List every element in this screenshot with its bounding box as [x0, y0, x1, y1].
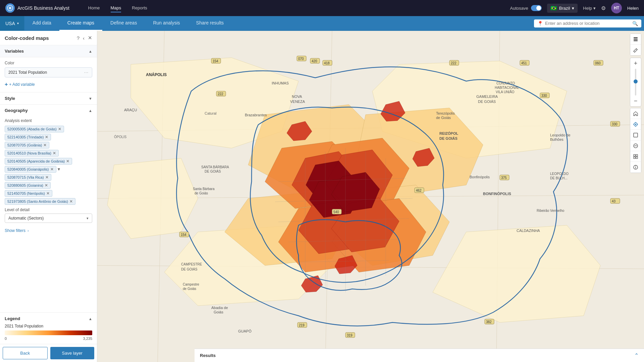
- svg-text:NOVA: NOVA: [292, 95, 302, 99]
- svg-text:330: 330: [541, 94, 547, 98]
- legend-min: 0: [5, 337, 7, 341]
- variable-item: 2021 Total Population ···: [5, 67, 92, 77]
- legend-max: 3,235: [83, 337, 92, 341]
- tag-remove-icon[interactable]: ✕: [43, 143, 47, 147]
- svg-text:319: 319: [347, 334, 353, 337]
- svg-text:de Goiás: de Goiás: [183, 287, 196, 291]
- map-draw-button[interactable]: [630, 45, 641, 55]
- collapse-icon[interactable]: ‹: [83, 35, 85, 41]
- search-icon: 🔍: [632, 21, 638, 26]
- zoom-slider[interactable]: [635, 69, 636, 96]
- main-layout: Color-coded maps ? ‹ ✕ Variables ▲ Color…: [0, 31, 644, 362]
- map-grid-button[interactable]: [630, 151, 641, 162]
- map-area[interactable]: ANÁPOLIS ÓPOLIS ARAÇU INHUMAS NOVA VENEZ…: [97, 31, 644, 362]
- svg-text:219: 219: [299, 323, 305, 327]
- analysis-extent-label: Analysis extent: [0, 116, 97, 124]
- legend-section-header[interactable]: Legend ▲: [5, 316, 92, 321]
- tag-remove-icon[interactable]: ✕: [66, 159, 69, 163]
- svg-rect-118: [634, 40, 638, 41]
- tag-remove-icon[interactable]: ✕: [58, 127, 61, 131]
- nav-home[interactable]: Home: [88, 4, 100, 12]
- zoom-thumb[interactable]: [634, 79, 638, 83]
- autosave-area: Autosave: [510, 5, 542, 11]
- nav-define-areas[interactable]: Define areas: [102, 16, 145, 31]
- tag-remove-icon[interactable]: ✕: [45, 175, 49, 179]
- tag-remove-icon[interactable]: ✕: [69, 199, 73, 203]
- style-section-header[interactable]: Style ▼: [0, 93, 97, 104]
- tag-label: 520870715 (Vila Rica): [7, 175, 44, 179]
- svg-text:CONJUNTO: CONJUNTO: [496, 81, 515, 85]
- zoom-in-button[interactable]: +: [632, 59, 640, 67]
- map-info-button[interactable]: [630, 162, 641, 173]
- level-of-detail-value: Automatic (Sectors): [8, 216, 44, 221]
- results-expand-button[interactable]: ⌃: [634, 352, 639, 359]
- svg-text:222: 222: [451, 61, 457, 65]
- tag-remove-icon[interactable]: ✕: [45, 183, 48, 187]
- search-input[interactable]: [545, 21, 630, 26]
- tag-521450705: 521450705 (Nerópolis) ✕: [5, 190, 52, 197]
- svg-text:Brazabrantes: Brazabrantes: [245, 113, 267, 117]
- svg-text:Bonfinópolis: Bonfinópolis: [470, 175, 490, 179]
- svg-text:DE BULH...: DE BULH...: [550, 176, 568, 180]
- country-selector[interactable]: 🇧🇷 Brazil ▾: [547, 4, 578, 13]
- svg-text:154: 154: [213, 59, 218, 63]
- level-of-detail-select[interactable]: Automatic (Sectors) ▾: [5, 214, 92, 223]
- add-variable-button[interactable]: + + Add variable: [5, 80, 92, 89]
- close-icon[interactable]: ✕: [88, 35, 92, 41]
- svg-text:Abadia de: Abadia de: [211, 306, 228, 310]
- tag-remove-icon[interactable]: ✕: [53, 151, 56, 155]
- map-fullscreen-button[interactable]: [630, 130, 641, 140]
- sec-nav-links: Add data Create maps Define areas Run an…: [24, 16, 232, 31]
- variable-options-button[interactable]: ···: [84, 70, 89, 75]
- legend-range: 0 3,235: [5, 337, 92, 341]
- nav-share-results[interactable]: Share results: [188, 16, 232, 31]
- location-search[interactable]: 📍 🔍: [534, 19, 641, 27]
- plus-icon: +: [5, 81, 8, 87]
- tag-remove-icon[interactable]: ✕: [46, 191, 50, 195]
- user-name[interactable]: Helen: [627, 6, 639, 11]
- tag-scroll-down-icon[interactable]: ▼: [57, 167, 61, 172]
- tag-remove-icon[interactable]: ✕: [45, 135, 48, 139]
- tag-remove-icon[interactable]: ✕: [50, 167, 54, 171]
- show-filters-button[interactable]: Show filters ›: [0, 226, 97, 236]
- svg-text:DE GOIÁS: DE GOIÁS: [439, 136, 458, 140]
- style-chevron-icon: ▼: [89, 97, 92, 101]
- nav-add-data[interactable]: Add data: [24, 16, 59, 31]
- svg-text:Terezópolis: Terezópolis: [436, 111, 455, 115]
- svg-text:Goiás: Goiás: [214, 310, 223, 314]
- map-home-button[interactable]: [630, 108, 641, 119]
- top-nav-right: Autosave 🇧🇷 Brazil ▾ Help ▾ ⚙ HT Helen: [510, 3, 639, 13]
- help-label: Help: [583, 6, 592, 11]
- zoom-out-button[interactable]: −: [632, 97, 640, 105]
- nav-run-analysis[interactable]: Run analysis: [145, 16, 188, 31]
- tag-label: 521973805 (Santo Antônio de Goiás): [7, 199, 68, 203]
- brazil-flag-icon: 🇧🇷: [550, 5, 557, 11]
- tag-520140510: 520140510 (Nova Brasília) ✕: [5, 150, 59, 157]
- svg-text:060: 060: [595, 61, 601, 65]
- settings-button[interactable]: ⚙: [601, 5, 606, 11]
- svg-text:070: 070: [298, 57, 304, 61]
- save-layer-button[interactable]: Save layer: [50, 347, 95, 359]
- logo-area: ArcGIS Business Analyst: [5, 3, 69, 13]
- help-button[interactable]: Help ▾: [583, 6, 596, 11]
- map-location-button[interactable]: [630, 119, 641, 130]
- nav-links: Home Maps Reports: [88, 4, 147, 12]
- variables-content: Color 2021 Total Population ··· + + Add …: [0, 57, 97, 92]
- sidebar-header-icons: ? ‹ ✕: [77, 35, 92, 41]
- style-section-title: Style: [5, 96, 15, 101]
- variables-section-header[interactable]: Variables ▲: [0, 45, 97, 57]
- autosave-toggle[interactable]: [531, 5, 542, 11]
- tag-label: 520140510 (Nova Brasília): [7, 151, 51, 155]
- map-layers-button[interactable]: [630, 34, 641, 45]
- svg-text:330: 330: [612, 122, 618, 126]
- map-clear-button[interactable]: [630, 140, 641, 151]
- variables-chevron-icon: ▲: [89, 49, 92, 53]
- nav-maps[interactable]: Maps: [111, 4, 121, 12]
- geography-section-header[interactable]: Geography ▲: [0, 105, 97, 116]
- nav-create-maps[interactable]: Create maps: [59, 16, 102, 31]
- help-icon[interactable]: ?: [77, 35, 79, 41]
- svg-rect-126: [634, 133, 638, 137]
- nav-reports[interactable]: Reports: [132, 4, 147, 12]
- region-selector[interactable]: USA ▾: [0, 16, 24, 31]
- back-button[interactable]: Back: [3, 347, 48, 359]
